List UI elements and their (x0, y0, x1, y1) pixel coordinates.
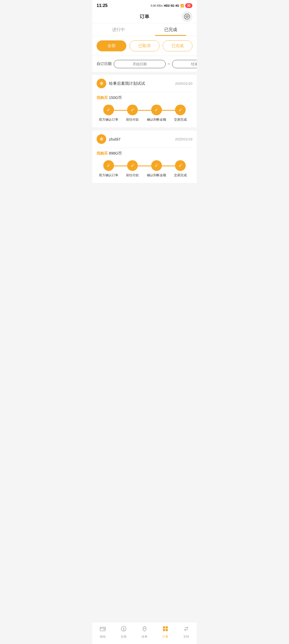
tab-completed[interactable]: 已完成 (144, 23, 197, 36)
order-type-1: 我购买 150G币 (97, 95, 192, 100)
step-label-2-2: 前往付款 (126, 173, 139, 178)
trade-icon: $ (120, 626, 127, 634)
svg-rect-10 (166, 626, 168, 628)
battery-indicator: 30 (185, 3, 192, 8)
buy-label-1: 我购买 (97, 95, 108, 100)
order-badge-2: 全 (97, 134, 106, 144)
order-date-1: 2025/01/20 (175, 82, 192, 86)
start-date-input[interactable] (114, 60, 166, 68)
nav-transfer[interactable]: 互转 (176, 624, 197, 640)
svg-text:$: $ (123, 627, 125, 631)
filter-cancelled-button[interactable]: 已取消 (130, 40, 159, 51)
svg-rect-11 (163, 629, 165, 631)
customer-service-button[interactable] (182, 11, 192, 22)
amount-2: 898G币 (109, 151, 122, 155)
step-label-2-3: 确认到帐金额 (147, 173, 166, 178)
network-speed: 0.00 KB/s (151, 4, 163, 7)
filter-section: 全部 已取消 已完成 (92, 36, 197, 56)
step-icon-2-3: ✓ (151, 160, 162, 171)
step-icon-1-4: ✓ (175, 105, 186, 115)
tab-bar: 进行中 已完成 (92, 23, 197, 36)
order-badge-1: 全 (97, 79, 106, 88)
carrier-info: HD2 5G 4G (164, 4, 179, 7)
order-body-1: 我购买 150G币 ✓ 双方确认订单 ✓ 前往付款 ✓ 确认到帐金额 (92, 92, 197, 127)
nav-pending[interactable]: 挂单 (134, 624, 155, 640)
progress-steps-1: ✓ 双方确认订单 ✓ 前往付款 ✓ 确认到帐金额 ✓ 交易完成 (97, 105, 192, 122)
svg-point-4 (188, 16, 188, 17)
step-label-2-4: 交易完成 (174, 173, 187, 178)
nav-wallet[interactable]: 钱包 (92, 624, 113, 640)
svg-point-2 (186, 16, 187, 17)
step-label-2-1: 双方确认订单 (99, 173, 118, 178)
step-icon-2-4: ✓ (175, 160, 186, 171)
order-name-1: 绘事后素我计划试试 (109, 81, 172, 86)
order-type-2: 我购买 898G币 (97, 151, 192, 156)
svg-rect-5 (100, 627, 105, 631)
step-2-1: ✓ 双方确认订单 (97, 160, 121, 178)
step-icon-1-2: ✓ (127, 105, 138, 115)
step-2-3: ✓ 确认到帐金额 (144, 160, 169, 178)
order-header-1: 全 绘事后素我计划试试 2025/01/20 (92, 75, 197, 92)
nav-order-label: 订单 (162, 635, 168, 639)
transfer-icon (183, 626, 189, 634)
step-icon-2-2: ✓ (127, 160, 138, 171)
order-card-1: 全 绘事后素我计划试试 2025/01/20 我购买 150G币 ✓ 双方确认订… (92, 75, 197, 127)
buy-label-2: 我购买 (97, 151, 108, 155)
filter-all-button[interactable]: 全部 (97, 40, 126, 51)
date-filter-section: 自订日期 ~ 查询 (92, 56, 197, 72)
step-label-1-4: 交易完成 (174, 117, 187, 122)
step-1-1: ✓ 双方确认订单 (97, 105, 121, 122)
step-1-4: ✓ 交易完成 (169, 105, 193, 122)
step-2-4: ✓ 交易完成 (169, 160, 193, 178)
order-card-2: 全 zhxl97 2025/01/19 我购买 898G币 ✓ 双方确认订单 ✓… (92, 131, 197, 183)
step-label-1-2: 前往付款 (126, 117, 139, 122)
page-title: 订单 (140, 13, 149, 20)
filter-done-button[interactable]: 已完成 (163, 40, 192, 51)
order-header-2: 全 zhxl97 2025/01/19 (92, 131, 197, 148)
step-icon-1-1: ✓ (103, 105, 114, 115)
svg-rect-9 (163, 626, 165, 628)
step-1-2: ✓ 前往付款 (121, 105, 145, 122)
end-date-input[interactable] (172, 60, 197, 68)
svg-rect-6 (104, 629, 105, 630)
header: 订单 (92, 10, 197, 23)
nav-transfer-label: 互转 (183, 635, 189, 639)
bottom-nav: 钱包 $ 交易 挂单 订单 (92, 622, 197, 644)
pending-icon (141, 626, 148, 634)
order-body-2: 我购买 898G币 ✓ 双方确认订单 ✓ 前往付款 ✓ 确认到帐金额 (92, 148, 197, 183)
step-1-3: ✓ 确认到帐金额 (144, 105, 169, 122)
step-icon-2-1: ✓ (103, 160, 114, 171)
orders-list: 全 绘事后素我计划试试 2025/01/20 我购买 150G币 ✓ 双方确认订… (92, 75, 197, 183)
step-icon-1-3: ✓ (151, 105, 162, 115)
wallet-icon (100, 626, 106, 634)
nav-pending-label: 挂单 (142, 635, 147, 639)
tab-ongoing[interactable]: 进行中 (92, 23, 144, 36)
nav-trade[interactable]: $ 交易 (113, 624, 134, 640)
date-filter-label: 自订日期 (97, 62, 112, 66)
nav-trade-label: 交易 (121, 635, 127, 639)
nav-wallet-label: 钱包 (100, 635, 106, 639)
status-time: 11:25 (97, 3, 108, 8)
step-label-1-3: 确认到帐金额 (147, 117, 166, 122)
step-2-2: ✓ 前往付款 (121, 160, 145, 178)
nav-order[interactable]: 订单 (155, 624, 176, 640)
order-icon (162, 626, 169, 634)
date-separator: ~ (168, 62, 170, 66)
amount-1: 150G币 (109, 95, 122, 100)
progress-steps-2: ✓ 双方确认订单 ✓ 前往付款 ✓ 确认到帐金额 ✓ 交易完成 (97, 160, 192, 178)
order-date-2: 2025/01/19 (175, 137, 192, 141)
order-name-2: zhxl97 (109, 137, 172, 141)
svg-rect-12 (166, 629, 168, 631)
step-label-1-1: 双方确认订单 (99, 117, 118, 122)
svg-point-3 (187, 16, 187, 17)
status-bar: 11:25 0.00 KB/s HD2 5G 4G 📶 30 (92, 0, 197, 10)
status-icons: 0.00 KB/s HD2 5G 4G 📶 30 (151, 3, 192, 8)
wifi-icon: 📶 (180, 4, 184, 7)
